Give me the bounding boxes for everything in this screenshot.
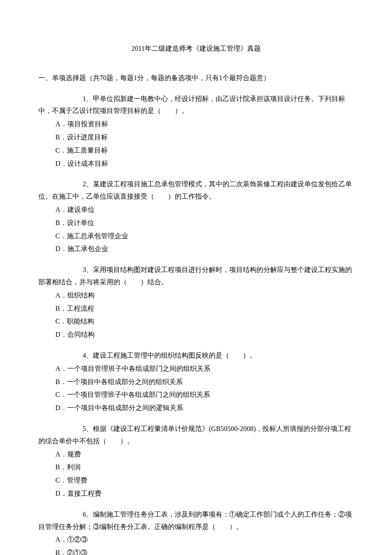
question-block-1: 1、甲单位拟新建一电教中心，经设计招标，由乙设计院承担该项目设计任务。下列目标中… bbox=[38, 93, 354, 170]
question-text: 1、甲单位拟新建一电教中心，经设计招标，由乙设计院承担该项目设计任务。下列目标中… bbox=[38, 93, 354, 118]
option-c: C．一个项目管理班子中各组成部门之间的组织关系 bbox=[38, 389, 354, 401]
option-b: B．设计进度目标 bbox=[38, 131, 354, 144]
option-a: A．①②③ bbox=[38, 534, 354, 546]
question-text: 2、某建设工程项目施工总承包管理模式，其中的二次装饰装修工程由建设单位发包给乙单… bbox=[38, 178, 354, 203]
question-text: 6、编制施工管理任务分工表，涉及到的事项有：①确定工作部门或个人的工作任务；②项… bbox=[38, 509, 354, 533]
option-d: D．设计成本目标 bbox=[38, 158, 354, 170]
question-block-2: 2、某建设工程项目施工总承包管理模式，其中的二次装饰装修工程由建设单位发包给乙单… bbox=[38, 178, 354, 255]
option-d: D．直接工程费 bbox=[38, 488, 354, 500]
option-c: C．管理费 bbox=[38, 474, 354, 487]
option-a: A．一个项目管理班子中各组成部门之间的组织关系 bbox=[38, 363, 354, 375]
option-c: C．施工总承包管理企业 bbox=[38, 230, 354, 243]
option-c: C．职能结构 bbox=[38, 315, 354, 328]
question-block-6: 6、编制施工管理任务分工表，涉及到的事项有：①确定工作部门或个人的工作任务；②项… bbox=[38, 509, 354, 555]
option-a: A．建设单位 bbox=[38, 204, 354, 216]
document-title: 2011年二级建造师考《建设施工管理》真题 bbox=[38, 43, 354, 55]
option-d: D．施工承包企业 bbox=[38, 243, 354, 255]
option-a: A．组织结构 bbox=[38, 289, 354, 302]
question-text: 5、根据《建设工程工程量清单计价规范》(GB50500-2008)，投标人所填报… bbox=[38, 423, 354, 448]
option-b: B．设计单位 bbox=[38, 217, 354, 229]
option-a: A．规费 bbox=[38, 448, 354, 461]
question-block-3: 3、采用项目结构图对建设工程项目进行分解时，项目结构的分解应与整个建设工程实施的… bbox=[38, 264, 354, 341]
question-text: 4、建设工程施工管理中的组织结构图反映的是（ ）。 bbox=[38, 350, 354, 362]
option-d: D．一个项目中各组成部分之间的逻辑关系 bbox=[38, 402, 354, 414]
option-a: A．项目投资目标 bbox=[38, 118, 354, 130]
option-b: B．②①③ bbox=[38, 547, 354, 555]
option-b: B．一个项目中各组成部分之间的组织关系 bbox=[38, 376, 354, 388]
question-block-5: 5、根据《建设工程工程量清单计价规范》(GB50500-2008)，投标人所填报… bbox=[38, 423, 354, 500]
option-b: B．工程流程 bbox=[38, 303, 354, 315]
question-block-4: 4、建设工程施工管理中的组织结构图反映的是（ ）。 A．一个项目管理班子中各组成… bbox=[38, 350, 354, 414]
section-header: 一、单项选择题（共70题，每题1分，每题的备选项中，只有1个最符合题意） bbox=[38, 72, 354, 84]
option-c: C．施工质量目标 bbox=[38, 145, 354, 157]
option-d: D．合同结构 bbox=[38, 329, 354, 341]
option-b: B．利润 bbox=[38, 461, 354, 474]
question-text: 3、采用项目结构图对建设工程项目进行分解时，项目结构的分解应与整个建设工程实施的… bbox=[38, 264, 354, 289]
